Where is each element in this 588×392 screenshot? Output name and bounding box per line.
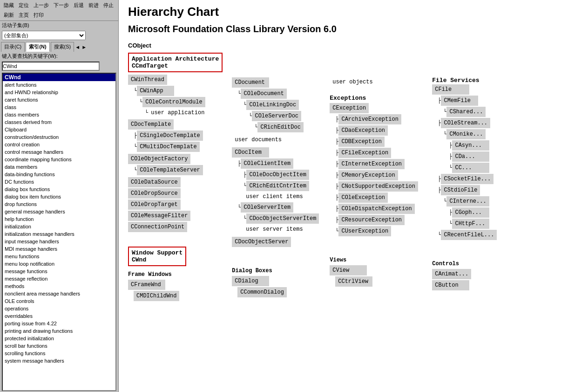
list-item[interactable]: alert functions [3,81,115,89]
ccmdtarget-name[interactable]: CCmdTarget [132,62,219,69]
list-item[interactable]: dialog box functions [3,186,115,193]
list-item[interactable]: MDI message handlers [3,245,115,253]
list-item[interactable]: OLE controls [3,297,115,305]
class-node[interactable]: COleDocument [241,89,286,99]
class-node[interactable]: CFileException [338,148,391,158]
class-node[interactable]: COleStream... [441,118,490,128]
list-item[interactable]: caret functions [3,96,115,103]
class-node[interactable]: CSocketFile... [441,174,493,184]
list-item[interactable]: coordinate mapping functions [3,156,115,163]
class-node[interactable]: CMemoryException [338,170,398,180]
list-item[interactable]: classes derived from [3,118,115,126]
tab-search[interactable]: 搜索(S) [51,42,74,52]
hide-btn[interactable]: 隐藏 [2,1,16,10]
list-item[interactable]: scroll bar functions [3,342,115,350]
class-node[interactable]: CC... [452,163,489,173]
class-node[interactable]: CWinApp [137,86,174,96]
list-item[interactable]: menu functions [3,253,115,260]
class-node[interactable]: CConnectionPoint [128,222,187,232]
locate-btn[interactable]: 定位 [17,1,31,10]
list-item[interactable]: methods [3,282,115,290]
class-node[interactable]: CDocObjectServerItem [246,213,319,224]
class-node[interactable]: CFile [432,84,469,95]
list-item[interactable]: overridables [3,312,115,320]
stop-btn[interactable]: 停止 [101,1,115,10]
list-item[interactable]: protected initialization [3,335,115,342]
class-node[interactable]: CGoph... [452,207,489,218]
list-item[interactable]: scrolling functions [3,350,115,357]
list-item[interactable]: class [3,103,115,111]
class-node[interactable]: COleDataSource [128,177,181,187]
list-item[interactable]: menu loop notification [3,260,115,268]
forward-btn[interactable]: 前进 [87,1,101,10]
prev-btn[interactable]: 上一步 [32,1,51,10]
class-node[interactable]: COleDropTarget [128,199,181,210]
list-selected-item[interactable]: CWnd [3,74,115,81]
list-item[interactable]: control message handlers [3,148,115,156]
list-item[interactable]: and HWND relationship [3,89,115,96]
list-item[interactable]: construction/destruction [3,133,115,141]
home-btn[interactable]: 主页 [17,11,31,20]
class-node[interactable]: CWinThread [128,75,167,85]
class-node[interactable]: COleDocObjectItem [246,170,309,180]
list-item[interactable]: porting issue from 4.22 [3,320,115,327]
class-node[interactable]: CDocItem [232,147,269,158]
class-node[interactable]: CCtrlView [335,276,372,287]
list-item[interactable]: data-binding functions [3,171,115,178]
class-node[interactable]: CDa... [452,151,489,162]
active-set-select[interactable]: (全部集合) [2,31,86,40]
class-node[interactable]: CDocObjectServer [232,237,291,247]
list-item[interactable]: help function [3,215,115,223]
class-node[interactable]: CAnimat... [432,269,471,279]
class-node[interactable]: CMemFile [441,96,478,106]
class-node[interactable]: CAsyn... [452,140,489,151]
list-item[interactable]: general message handlers [3,208,115,215]
class-node[interactable]: CDocTemplate [128,119,174,130]
class-node[interactable]: CInternetException [338,159,405,169]
list-item[interactable]: drop functions [3,200,115,208]
class-node[interactable]: CInterne... [446,196,489,206]
tab-index[interactable]: 索引(N) [26,42,49,52]
class-node[interactable]: CSingleDocTemplate [137,131,203,141]
class-node[interactable]: CFrameWnd [128,280,165,290]
class-node[interactable]: COleDropSource [128,188,181,199]
class-node[interactable]: CDocument [232,77,269,88]
class-node[interactable]: CNotSupportedException [338,181,418,192]
class-node[interactable]: COleObjectFactory [128,154,190,164]
list-item[interactable]: initialization [3,223,115,230]
class-node[interactable]: CException [330,103,369,113]
class-node[interactable]: CDBException [338,137,384,147]
list-item[interactable]: message functions [3,268,115,275]
list-item[interactable]: input message handlers [3,238,115,245]
class-node[interactable]: CRecentFileL... [441,230,497,240]
class-node[interactable]: COleServerDoc [252,111,301,121]
next-btn[interactable]: 下一步 [52,1,71,10]
class-node[interactable]: CRichEditCntrItem [246,181,309,191]
list-item[interactable]: DC functions [3,178,115,186]
class-node[interactable]: CResourceException [338,215,405,225]
class-node[interactable]: COleServerItem [241,202,293,213]
back-btn[interactable]: 后退 [72,1,86,10]
class-node[interactable]: CMultiDocTemplate [137,142,199,152]
class-node[interactable]: COleLinkingDoc [246,100,299,110]
tab-contents[interactable]: 目录(C) [1,42,25,52]
class-node[interactable]: CArchiveException [338,114,401,124]
class-node[interactable]: COleTemplateServer [137,165,203,175]
list-item[interactable]: printing and drawing functions [3,327,115,335]
class-node[interactable]: COleDispatchException [338,204,414,214]
class-node[interactable]: CMDIChildWnd [134,291,179,301]
class-node[interactable]: COleControlModule [142,97,205,107]
class-node[interactable]: CMonike... [446,129,486,139]
class-node[interactable]: CDialog [232,276,269,286]
list-scroll[interactable]: alert functionsand HWND relationshipcare… [3,81,115,390]
list-item[interactable]: class members [3,111,115,118]
list-item[interactable]: data members [3,163,115,171]
search-input[interactable] [2,62,100,71]
list-item[interactable]: Clipboard [3,126,115,133]
class-node[interactable]: CUserException [338,226,391,236]
class-node[interactable]: CCommonDialog [237,287,287,297]
print-btn[interactable]: 打印 [32,11,46,20]
class-node[interactable]: CHttpF... [452,219,489,229]
class-node[interactable]: CView [330,265,367,275]
class-node[interactable]: CRichEditDoc [257,122,303,132]
